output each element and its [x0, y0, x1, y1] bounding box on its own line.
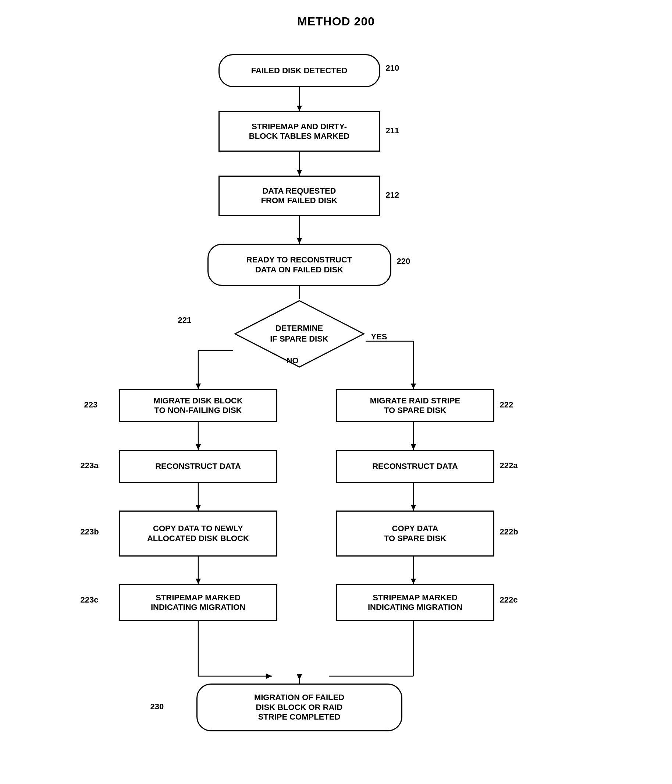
node-222b: COPY DATA TO SPARE DISK [336, 510, 494, 557]
label-212: 212 [386, 190, 399, 200]
node-221: DETERMINE IF SPARE DISK [233, 299, 366, 369]
node-222a: RECONSTRUCT DATA [336, 450, 494, 483]
svg-marker-31 [297, 674, 302, 680]
yes-label: YES [371, 332, 387, 342]
node-230: MIGRATION OF FAILED DISK BLOCK OR RAID S… [196, 683, 402, 731]
node-223: MIGRATE DISK BLOCK TO NON-FAILING DISK [119, 389, 277, 422]
node-210: FAILED DISK DETECTED [219, 54, 380, 87]
node-223c: STRIPEMAP MARKED INDICATING MIGRATION [119, 584, 277, 621]
node-221-text: DETERMINE IF SPARE DISK [270, 323, 329, 344]
svg-marker-21 [411, 505, 416, 510]
label-223c: 223c [81, 595, 99, 605]
label-221: 221 [178, 316, 192, 325]
svg-marker-10 [196, 384, 201, 389]
node-223a: RECONSTRUCT DATA [119, 450, 277, 483]
label-220: 220 [397, 257, 410, 266]
svg-marker-1 [297, 106, 302, 111]
label-230: 230 [151, 702, 164, 711]
svg-marker-23 [196, 579, 201, 584]
svg-marker-19 [196, 505, 201, 510]
svg-marker-17 [411, 444, 416, 450]
node-222c: STRIPEMAP MARKED INDICATING MIGRATION [336, 584, 494, 621]
node-212: DATA REQUESTED FROM FAILED DISK [219, 176, 380, 216]
svg-marker-3 [297, 170, 302, 176]
svg-marker-25 [411, 579, 416, 584]
label-210: 210 [386, 63, 399, 73]
svg-marker-13 [411, 384, 416, 389]
label-222b: 222b [500, 527, 518, 537]
label-223: 223 [84, 400, 98, 410]
label-211: 211 [386, 126, 399, 135]
label-222: 222 [500, 400, 514, 410]
label-222c: 222c [500, 595, 518, 605]
svg-marker-5 [297, 238, 302, 244]
node-223b: COPY DATA TO NEWLY ALLOCATED DISK BLOCK [119, 510, 277, 557]
no-label: NO [287, 356, 299, 366]
svg-marker-15 [196, 444, 201, 450]
label-223a: 223a [81, 461, 99, 470]
node-222: MIGRATE RAID STRIPE TO SPARE DISK [336, 389, 494, 422]
label-222a: 222a [500, 461, 518, 470]
node-220: READY TO RECONSTRUCT DATA ON FAILED DISK [208, 244, 391, 286]
node-211: STRIPEMAP AND DIRTY- BLOCK TABLES MARKED [219, 111, 380, 152]
svg-marker-28 [266, 674, 272, 679]
page-title: METHOD 200 [22, 15, 650, 28]
label-223b: 223b [81, 527, 99, 537]
